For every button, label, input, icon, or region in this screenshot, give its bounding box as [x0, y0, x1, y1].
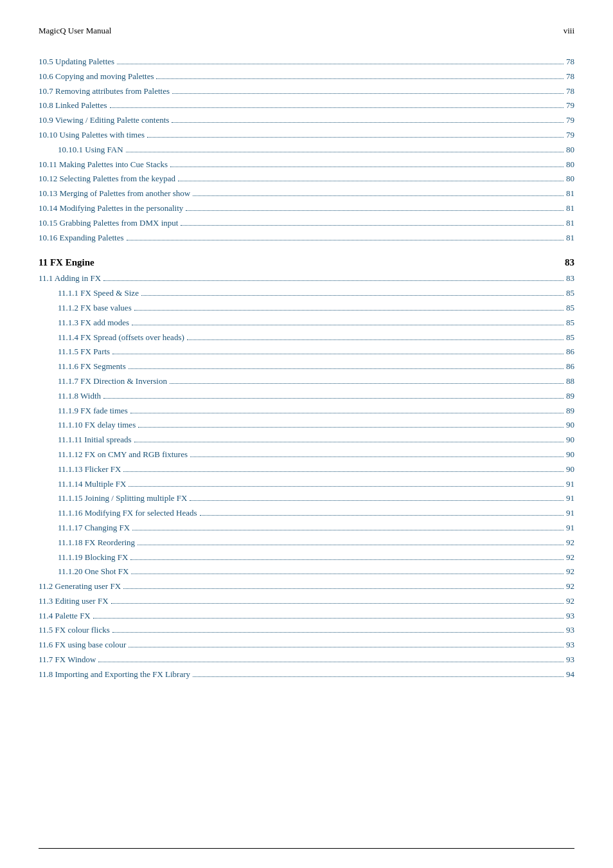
toc-page-number: 80: [566, 158, 574, 172]
toc-page-number: 90: [566, 463, 574, 476]
toc-dots: [126, 152, 564, 152]
toc-entry: 11.1.14 Multiple FX91: [39, 478, 574, 491]
toc-entry-text: 11.2 Generating user FX: [39, 580, 121, 593]
toc-dots: [93, 618, 564, 619]
toc-entry-text: 11.1.2 FX base values: [58, 302, 132, 315]
toc-dots: [147, 137, 564, 138]
toc-page-number: 81: [566, 231, 574, 245]
toc-container: 10.5 Updating Palettes7810.6 Copying and…: [39, 55, 574, 682]
toc-entry: 11.1.19 Blocking FX92: [39, 551, 574, 565]
toc-entry-text: 10.14 Modifying Palettes in the personal…: [39, 202, 183, 215]
toc-page-number: 79: [566, 114, 574, 127]
toc-entry-text: 10.12 Selecting Palettes from the keypad: [39, 172, 175, 186]
toc-page-number: 90: [566, 419, 574, 432]
toc-page-number: 91: [566, 478, 574, 491]
toc-page-number: 86: [566, 345, 574, 359]
toc-dots: [138, 427, 564, 428]
toc-entry-text: 11.3 Editing user FX: [39, 595, 109, 608]
toc-entry-text: 10.13 Merging of Palettes from another s…: [39, 187, 190, 201]
toc-dots: [190, 457, 564, 457]
toc-dots: [170, 167, 564, 167]
toc-entry: 11.1.8 Width89: [39, 390, 574, 403]
toc-entry-text: 11.1.7 FX Direction & Inversion: [58, 375, 167, 388]
toc-entry: 11.1.16 Modifying FX for selected Heads9…: [39, 507, 574, 520]
toc-page-number: 93: [566, 624, 574, 637]
toc-entry: 11.8 Importing and Exporting the FX Libr…: [39, 668, 574, 682]
toc-dots: [129, 368, 564, 369]
page-header: MagicQ User Manual viii: [39, 26, 574, 36]
toc-entry-text: 10.10.1 Using FAN: [58, 143, 123, 157]
toc-page-number: 85: [566, 287, 574, 300]
toc-entry-text: 11.1 Adding in FX: [39, 272, 101, 285]
toc-page-number: 91: [566, 507, 574, 520]
toc-entry: 11.1 Adding in FX83: [39, 272, 574, 285]
toc-page-number: 92: [566, 595, 574, 608]
toc-dots: [127, 240, 564, 240]
toc-page-number: 80: [566, 172, 574, 186]
toc-entry: 10.9 Viewing / Editing Palette contents7…: [39, 114, 574, 127]
toc-page-number: 94: [566, 668, 574, 682]
toc-entry: 11.4 Palette FX93: [39, 610, 574, 623]
toc-dots: [111, 603, 564, 604]
toc-entry: 11.1.17 Changing FX91: [39, 521, 574, 535]
toc-entry: 11.1.20 One Shot FX92: [39, 565, 574, 579]
toc-entry-text: 11.1.19 Blocking FX: [58, 551, 128, 565]
toc-entry-text: 11.1.17 Changing FX: [58, 521, 130, 535]
toc-entry-text: 11.1.9 FX fade times: [58, 404, 128, 418]
toc-entry-text: 10.8 Linked Palettes: [39, 99, 107, 113]
toc-entry-text: 11.1.6 FX Segments: [58, 360, 126, 374]
toc-dots: [186, 210, 564, 211]
toc-page-number: 78: [566, 55, 574, 69]
toc-dots: [103, 280, 564, 281]
toc-dots: [132, 530, 564, 530]
toc-entry: 11.1.7 FX Direction & Inversion88: [39, 375, 574, 388]
toc-page-number: 85: [566, 302, 574, 315]
toc-entry-text: 11.1.20 One Shot FX: [58, 565, 129, 579]
toc-dots: [181, 225, 564, 226]
toc-dots: [112, 632, 564, 633]
toc-entry-text: 11.5 FX colour flicks: [39, 624, 110, 637]
toc-entry-text: 11.1.12 FX on CMY and RGB fixtures: [58, 448, 188, 462]
toc-entry: 11.1.15 Joining / Splitting multiple FX9…: [39, 492, 574, 505]
toc-entry: 11.1.1 FX Speed & Size85: [39, 287, 574, 300]
toc-entry-text: 11.4 Palette FX: [39, 610, 91, 623]
toc-page-number: 81: [566, 217, 574, 230]
toc-entry-text: 11.1.3 FX add modes: [58, 316, 129, 330]
toc-dots: [200, 515, 564, 516]
toc-entry: 11.1.5 FX Parts86: [39, 345, 574, 359]
toc-entry-text: 10.5 Updating Palettes: [39, 55, 114, 69]
toc-page-number: 85: [566, 316, 574, 330]
toc-entry: 10.6 Copying and moving Palettes78: [39, 70, 574, 84]
toc-dots: [123, 588, 564, 589]
toc-page-number: 78: [566, 85, 574, 98]
header-page-number: viii: [564, 26, 574, 36]
toc-page-number: 79: [566, 99, 574, 113]
toc-entry: 10.11 Making Palettes into Cue Stacks80: [39, 158, 574, 172]
toc-entry: 11.1.11 Initial spreads90: [39, 433, 574, 447]
toc-dots: [130, 413, 564, 413]
toc-entry-text: 11.6 FX using base colour: [39, 638, 126, 652]
toc-entry: 10.8 Linked Palettes79: [39, 99, 574, 113]
toc-dots: [187, 339, 564, 340]
toc-page-number: 92: [566, 536, 574, 550]
toc-entry: 10.15 Grabbing Palettes from DMX input81: [39, 217, 574, 230]
toc-page-number: 88: [566, 375, 574, 388]
toc-entry-text: 11.1.4 FX Spread (offsets over heads): [58, 331, 184, 345]
toc-dots: [172, 122, 564, 123]
toc-entry-text: 11.1.16 Modifying FX for selected Heads: [58, 507, 197, 520]
toc-dots: [172, 93, 564, 94]
toc-entry: 11.1.18 FX Reordering92: [39, 536, 574, 550]
toc-entry: 10.10.1 Using FAN80: [39, 143, 574, 157]
toc-entry: 11.1.2 FX base values85: [39, 302, 574, 315]
toc-entry: 11.3 Editing user FX92: [39, 595, 574, 608]
toc-entry: 10.16 Expanding Palettes81: [39, 231, 574, 245]
toc-entry: 10.5 Updating Palettes78: [39, 55, 574, 69]
toc-entry: 11.6 FX using base colour93: [39, 638, 574, 652]
toc-entry: 10.7 Removing attributes from Palettes78: [39, 85, 574, 98]
toc-page-number: 92: [566, 580, 574, 593]
toc-page-number: 80: [566, 143, 574, 157]
toc-entry: 11.1.10 FX delay times90: [39, 419, 574, 432]
toc-dots: [178, 181, 564, 181]
header-title: MagicQ User Manual: [39, 26, 111, 36]
toc-page-number: 81: [566, 202, 574, 215]
